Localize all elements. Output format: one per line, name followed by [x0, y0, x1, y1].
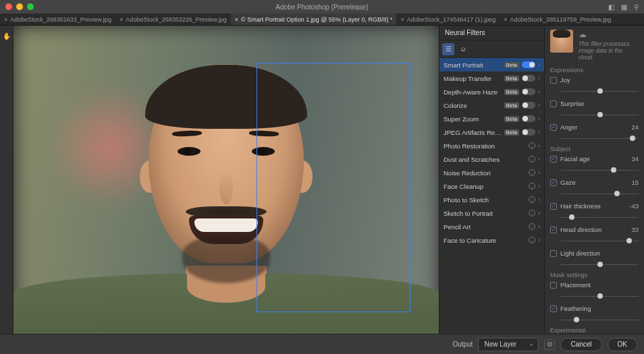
- close-window-icon[interactable]: [5, 3, 12, 10]
- param-slider[interactable]: [561, 189, 639, 198]
- download-icon[interactable]: ↓: [529, 210, 535, 216]
- search-icon[interactable]: ⚲: [634, 3, 639, 11]
- param-slider[interactable]: [561, 212, 639, 222]
- param-slider[interactable]: [561, 291, 639, 301]
- param-slider[interactable]: [561, 236, 639, 245]
- beta-badge: Beta: [504, 102, 519, 109]
- document-tab[interactable]: ×AdobeStock_268351633_Preview.jpg: [0, 13, 115, 26]
- filter-row[interactable]: Sketch to Portrait↓›: [439, 206, 544, 220]
- param-checkbox[interactable]: [550, 124, 557, 131]
- ok-button[interactable]: OK: [608, 338, 637, 351]
- param-checkbox[interactable]: [550, 227, 557, 233]
- param-checkbox[interactable]: [550, 250, 557, 257]
- download-icon[interactable]: ↓: [529, 156, 535, 163]
- filter-row[interactable]: Makeup TransferBeta›: [439, 71, 544, 85]
- download-icon[interactable]: ↓: [529, 196, 535, 203]
- tab-close-icon[interactable]: ×: [4, 16, 7, 23]
- param-label: Placement: [560, 281, 639, 289]
- output-label: Output: [452, 341, 473, 348]
- canvas[interactable]: [14, 26, 439, 354]
- filter-name: Photo to Sketch: [444, 196, 526, 204]
- param-slider[interactable]: [561, 134, 639, 143]
- document-tab[interactable]: ×© Smart Portrait Option 1.jpg @ 55% (La…: [231, 13, 397, 26]
- chevron-right-icon: ›: [538, 156, 540, 163]
- filter-toggle[interactable]: [522, 75, 535, 82]
- param-row-surprise: Surprise: [550, 98, 639, 109]
- param-slider[interactable]: [561, 315, 639, 324]
- filter-toggle[interactable]: [522, 61, 535, 68]
- param-value: 34: [626, 155, 639, 163]
- filter-toggle[interactable]: [522, 129, 535, 136]
- filter-row[interactable]: Face Cleanup↓›: [439, 179, 544, 193]
- panel-icon[interactable]: ◧: [608, 3, 614, 11]
- filter-row[interactable]: Smart PortraitBeta›: [439, 58, 544, 71]
- footer-bar: Output New Layer ⚙ Cancel OK: [0, 334, 644, 354]
- section-label: Subject: [550, 146, 639, 152]
- param-checkbox[interactable]: [550, 305, 557, 312]
- param-checkbox[interactable]: [550, 179, 557, 186]
- download-icon[interactable]: ↓: [529, 142, 535, 149]
- download-icon[interactable]: ↓: [529, 183, 535, 189]
- param-row-anger: Anger24: [550, 122, 639, 133]
- filter-row[interactable]: Depth-Aware HazeBeta›: [439, 85, 544, 98]
- output-value: New Layer: [484, 341, 516, 348]
- filter-row[interactable]: ColorizeBeta›: [439, 98, 544, 112]
- param-checkbox[interactable]: [550, 156, 557, 163]
- minimize-window-icon[interactable]: [16, 3, 23, 10]
- face-thumbnail[interactable]: [550, 30, 573, 53]
- workspace-icon[interactable]: ▦: [621, 3, 627, 11]
- filter-row[interactable]: Pencil Art↓›: [439, 220, 544, 233]
- document-tab[interactable]: ×AdobeStock_174546417 (1).jpeg: [396, 13, 500, 26]
- title-bar: Adobe Photoshop (Prerelease) ◧ ▦ ⚲: [0, 0, 644, 13]
- tab-close-icon[interactable]: ×: [504, 16, 507, 23]
- param-slider[interactable]: [561, 86, 639, 96]
- cancel-button[interactable]: Cancel: [560, 338, 601, 351]
- maximize-window-icon[interactable]: [27, 3, 34, 10]
- all-filters-icon[interactable]: ☰: [442, 43, 454, 55]
- param-checkbox[interactable]: [550, 203, 557, 210]
- param-slider[interactable]: [561, 260, 639, 269]
- param-row-joy: Joy: [550, 75, 639, 86]
- chevron-right-icon: ›: [538, 183, 540, 189]
- output-settings-icon[interactable]: ⚙: [544, 339, 555, 350]
- filter-toggle[interactable]: [522, 102, 535, 109]
- param-label: Feathering: [560, 305, 639, 312]
- download-icon[interactable]: ↓: [529, 169, 535, 176]
- filter-row[interactable]: JPEG Artifacts Re…Beta›: [439, 125, 544, 139]
- filter-toggle[interactable]: [522, 88, 535, 95]
- download-icon[interactable]: ↓: [529, 223, 535, 230]
- param-checkbox[interactable]: [550, 282, 557, 289]
- tab-label: AdobeStock_174546417 (1).jpeg: [407, 16, 496, 23]
- output-select[interactable]: New Layer: [478, 338, 539, 351]
- chevron-right-icon: ›: [538, 102, 540, 109]
- param-slider[interactable]: [561, 110, 639, 119]
- filter-row[interactable]: Super ZoomBeta›: [439, 112, 544, 125]
- document-tab[interactable]: ×AdobeStock_285119759_Preview.jpg: [500, 13, 615, 26]
- tab-close-icon[interactable]: ×: [119, 16, 123, 23]
- filter-row[interactable]: Face to Caricature↓›: [439, 233, 544, 247]
- param-label: Facial age: [560, 155, 623, 163]
- filter-row[interactable]: Photo Restoration↓›: [439, 139, 544, 152]
- filter-row[interactable]: Dust and Scratches↓›: [439, 152, 544, 166]
- hand-tool-icon[interactable]: ✋: [1, 30, 13, 42]
- param-row-light_direction: Light direction: [550, 248, 639, 259]
- document-tab[interactable]: ×AdobeStock_268353226_Preview.jpg: [115, 13, 231, 26]
- filters-panel: Neural Filters ☰ ☺ Smart PortraitBeta›Ma…: [439, 26, 544, 354]
- filter-name: Face Cleanup: [444, 183, 526, 190]
- filter-row[interactable]: Noise Reduction↓›: [439, 166, 544, 179]
- filter-toggle[interactable]: [522, 115, 535, 122]
- param-row-facial_age: Facial age34: [550, 154, 639, 165]
- filter-row[interactable]: Photo to Sketch↓›: [439, 193, 544, 206]
- param-checkbox[interactable]: [550, 77, 557, 84]
- tab-close-icon[interactable]: ×: [400, 16, 404, 23]
- portrait-filters-icon[interactable]: ☺: [457, 43, 469, 55]
- param-label: Head direction: [560, 226, 623, 233]
- tab-close-icon[interactable]: ×: [235, 16, 238, 23]
- panel-title: Neural Filters: [439, 26, 544, 40]
- filter-name: Sketch to Portrait: [444, 210, 526, 217]
- param-checkbox[interactable]: [550, 100, 557, 107]
- param-label: Surprise: [560, 100, 639, 107]
- download-icon[interactable]: ↓: [529, 237, 535, 243]
- beta-badge: Beta: [504, 89, 519, 95]
- param-slider[interactable]: [561, 165, 639, 175]
